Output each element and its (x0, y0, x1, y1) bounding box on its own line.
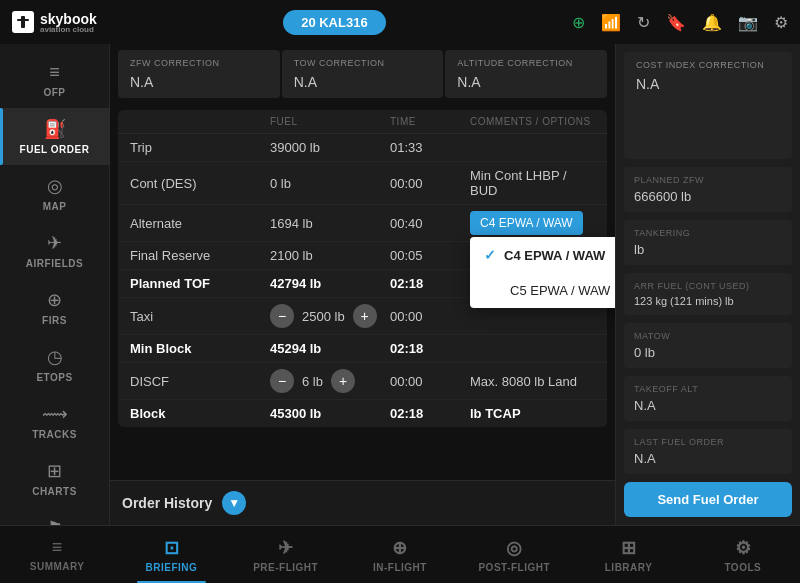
planned-zfw-label: PLANNED ZFW (634, 175, 782, 185)
sidebar-label-fuel: FUEL ORDER (20, 144, 90, 155)
row-time: 00:05 (390, 248, 470, 263)
zfw-correction-card: ZFW CORRECTION N.A (118, 50, 280, 98)
dropdown-item[interactable]: C5 EPWA / WAW (470, 273, 615, 308)
sidebar-item-map[interactable]: ◎ MAP (0, 165, 109, 222)
row-fuel: 1694 lb (270, 216, 390, 231)
sidebar-label-airfields: AIRFIELDS (26, 258, 83, 269)
tracks-icon: ⟿ (42, 403, 68, 425)
alt-value: N.A (457, 74, 595, 90)
sidebar-item-fuel-order[interactable]: ⛽ FUEL ORDER (0, 108, 109, 165)
send-fuel-order-button[interactable]: Send Fuel Order (624, 482, 792, 517)
etops-icon: ◷ (47, 346, 63, 368)
main-layout: ≡ OFP ⛽ FUEL ORDER ◎ MAP ✈ AIRFIELDS ⊕ F… (0, 44, 800, 525)
dropdown-trigger[interactable]: C4 EPWA / WAW (470, 211, 583, 235)
flight-button[interactable]: 20 KAL316 (283, 10, 385, 35)
bookmark-icon: 🔖 (666, 13, 686, 32)
bell-icon: 🔔 (702, 13, 722, 32)
bottom-label-tools: TOOLS (724, 562, 761, 573)
planned-zfw-stat: PLANNED ZFW 666600 lb (624, 167, 792, 212)
row-comment: lb TCAP (470, 406, 595, 421)
svg-rect-1 (21, 16, 25, 28)
row-comment: Max. 8080 lb Land (470, 374, 595, 389)
takeoff-alt-value: N.A (634, 398, 782, 413)
bottom-item-inflight[interactable]: ⊕ IN-FLIGHT (343, 526, 457, 583)
arr-fuel-value: 123 kg (121 mins) lb (634, 295, 782, 307)
taxi-increment-button[interactable]: + (353, 304, 377, 328)
bottom-item-tools[interactable]: ⚙ TOOLS (686, 526, 800, 583)
bottom-label-library: LIBRARY (605, 562, 653, 573)
bottom-item-postflight[interactable]: ◎ POST-FLIGHT (457, 526, 571, 583)
content-area: ZFW CORRECTION N.A TOW CORRECTION N.A AL… (110, 44, 800, 525)
row-name: Alternate (130, 216, 270, 231)
discf-decrement-button[interactable]: − (270, 369, 294, 393)
row-fuel: 45300 lb (270, 406, 390, 421)
row-time: 00:00 (390, 309, 470, 324)
wifi-icon: 📶 (601, 13, 621, 32)
summary-icon: ≡ (52, 537, 63, 558)
zfw-title: ZFW CORRECTION (130, 58, 268, 68)
row-name: Trip (130, 140, 270, 155)
row-name: Final Reserve (130, 248, 270, 263)
table-row: Trip 39000 lb 01:33 (118, 134, 607, 162)
table-row-discf: DISCF − 6 lb + 00:00 Max. 8080 lb Land (118, 363, 607, 400)
logo-icon (12, 11, 34, 33)
sidebar-item-ofp[interactable]: ≡ OFP (0, 52, 109, 108)
sidebar-item-tracks[interactable]: ⟿ TRACKS (0, 393, 109, 450)
dropdown-wrapper: C4 EPWA / WAW ✓ C4 EPWA / WAW C5 EPWA / … (470, 211, 583, 235)
sidebar-item-etops[interactable]: ◷ ETOPS (0, 336, 109, 393)
tools-icon: ⚙ (735, 537, 752, 559)
row-fuel: 2100 lb (270, 248, 390, 263)
bottom-item-summary[interactable]: ≡ SUMMARY (0, 526, 114, 583)
order-history-toggle[interactable]: ▼ (222, 491, 246, 515)
altitude-correction-card: ALTITUDE CORRECTION N.A (445, 50, 607, 98)
row-time: 02:18 (390, 341, 470, 356)
sidebar-item-charts[interactable]: ⊞ CHARTS (0, 450, 109, 507)
bottom-item-briefing[interactable]: ⊡ BRIEFING (114, 526, 228, 583)
sidebar-item-notices[interactable]: ⚑ NOTICES (0, 507, 109, 525)
center-panel: ZFW CORRECTION N.A TOW CORRECTION N.A AL… (110, 44, 615, 525)
col-fuel: FUEL (270, 116, 390, 127)
sidebar-item-firs[interactable]: ⊕ FIRS (0, 279, 109, 336)
inflight-icon: ⊕ (392, 537, 408, 559)
dropdown-menu: ✓ C4 EPWA / WAW C5 EPWA / WAW (470, 237, 615, 308)
sidebar-label-ofp: OFP (43, 87, 65, 98)
last-fuel-label: LAST FUEL ORDER (634, 437, 782, 447)
bottom-label-summary: SUMMARY (30, 561, 85, 572)
fuel-icon: ⛽ (44, 118, 66, 140)
tow-correction-card: TOW CORRECTION N.A (282, 50, 444, 98)
bottom-label-postflight: POST-FLIGHT (478, 562, 550, 573)
dropdown-option-label: C4 EPWA / WAW (504, 248, 605, 263)
col-comments: COMMENTS / OPTIONS (470, 116, 595, 127)
sidebar-label-firs: FIRS (42, 315, 67, 326)
discf-increment-button[interactable]: + (331, 369, 355, 393)
row-fuel: 39000 lb (270, 140, 390, 155)
sidebar: ≡ OFP ⛽ FUEL ORDER ◎ MAP ✈ AIRFIELDS ⊕ F… (0, 44, 110, 525)
planned-zfw-value: 666600 lb (634, 189, 782, 204)
bottom-label-inflight: IN-FLIGHT (373, 562, 427, 573)
last-fuel-order-stat: LAST FUEL ORDER N.A (624, 429, 792, 474)
tankering-label: TANKERING (634, 228, 782, 238)
table-row: Cont (DES) 0 lb 00:00 Min Cont LHBP / BU… (118, 162, 607, 205)
sidebar-label-map: MAP (43, 201, 67, 212)
postflight-icon: ◎ (506, 537, 523, 559)
taxi-decrement-button[interactable]: − (270, 304, 294, 328)
dropdown-item[interactable]: ✓ C4 EPWA / WAW (470, 237, 615, 273)
bottom-item-library[interactable]: ⊞ LIBRARY (571, 526, 685, 583)
row-time: 00:00 (390, 176, 470, 191)
row-name: Block (130, 406, 270, 421)
bottom-bar: ≡ SUMMARY ⊡ BRIEFING ✈ PRE-FLIGHT ⊕ IN-F… (0, 525, 800, 583)
row-time: 01:33 (390, 140, 470, 155)
matow-value: 0 lb (634, 345, 782, 360)
row-time: 00:00 (390, 374, 470, 389)
row-time: 02:18 (390, 406, 470, 421)
sidebar-item-airfields[interactable]: ✈ AIRFIELDS (0, 222, 109, 279)
bottom-item-preflight[interactable]: ✈ PRE-FLIGHT (229, 526, 343, 583)
check-icon: ✓ (484, 247, 496, 263)
bottom-label-preflight: PRE-FLIGHT (253, 562, 318, 573)
top-icons: ⊕ 📶 ↻ 🔖 🔔 📷 ⚙ (572, 13, 788, 32)
top-bar: skybook aviation cloud 20 KAL316 ⊕ 📶 ↻ 🔖… (0, 0, 800, 44)
taxi-stepper: − 2500 lb + (270, 304, 390, 328)
row-name: DISCF (130, 374, 270, 389)
row-name: Cont (DES) (130, 176, 270, 191)
map-icon: ◎ (47, 175, 63, 197)
